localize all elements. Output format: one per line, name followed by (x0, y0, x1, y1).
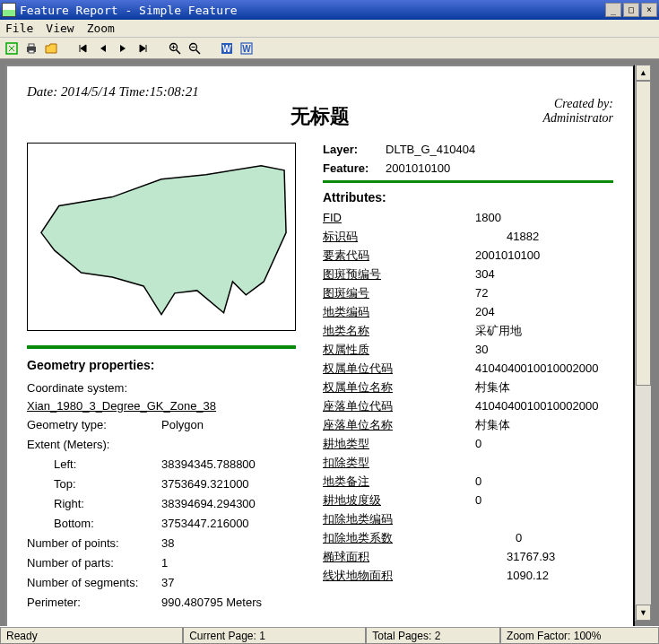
maximize-button[interactable]: □ (623, 3, 639, 17)
perim-label: Perimeter: (27, 593, 161, 613)
menu-view[interactable]: View (46, 22, 74, 35)
layer-value: DLTB_G_410404 (386, 143, 475, 156)
attr-row: 图斑预编号304 (323, 265, 613, 283)
close-button[interactable]: × (641, 3, 657, 17)
divider (27, 345, 296, 349)
left-column: Geometry properties: Coordinate system: … (27, 143, 296, 613)
attr-key: 耕地类型 (323, 434, 475, 453)
export-word2-icon[interactable]: W (238, 40, 255, 57)
left-label: Left: (27, 455, 161, 474)
svg-line-9 (196, 49, 201, 54)
nparts-value: 1 (161, 553, 296, 573)
attr-row: FID1800 (323, 208, 613, 227)
attr-value: 2001010100 (475, 246, 613, 265)
nsegs-value: 37 (161, 573, 296, 593)
attr-value: 0 (475, 472, 613, 491)
attr-key: 标识码 (323, 227, 475, 246)
attr-row: 耕地坡度级0 (323, 491, 613, 509)
attr-row: 座落单位代码410404001001000200​0 (323, 396, 613, 415)
attr-value (475, 509, 613, 528)
geom-type-value: Polygon (161, 415, 296, 435)
left-value: 38394345.788800 (161, 455, 296, 474)
attr-row: 权属单位代码410404001001000200​0 (323, 359, 613, 378)
attr-value: 村集体 (475, 378, 613, 396)
menu-file[interactable]: File (5, 22, 33, 35)
report-page: Date: 2014/5/14 Time:15:08:21 Created by… (5, 65, 635, 626)
export-word-icon[interactable]: W (219, 40, 235, 57)
scroll-down-icon[interactable]: ▼ (636, 605, 651, 621)
toolbar: W W (0, 38, 659, 59)
attr-row: 线状地物面积1090.12 (323, 566, 613, 585)
attr-key: 座落单位名称 (323, 415, 475, 434)
scroll-track[interactable] (636, 81, 651, 605)
svg-text:W: W (242, 44, 251, 54)
attr-value: 采矿用地 (475, 321, 613, 340)
perim-value: 990.480795 Meters (161, 593, 296, 613)
attr-row: 地类名称采矿用地 (323, 321, 613, 340)
attr-value: 304 (475, 265, 613, 283)
attr-key: 要素代码 (323, 246, 475, 265)
attr-row: 权属性质30 (323, 340, 613, 359)
attr-row: 座落单位名称村集体 (323, 415, 613, 434)
attr-key: FID (323, 208, 475, 227)
attr-value: 410404001001000200​0 (475, 396, 613, 415)
menu-zoom[interactable]: Zoom (87, 22, 115, 35)
attr-row: 地类备注0 (323, 472, 613, 491)
window-title: Feature Report - Simple Feature (20, 4, 605, 17)
attr-row: 扣除地类系数0 (323, 528, 613, 547)
status-ready: Ready (0, 627, 183, 644)
attr-value (475, 453, 613, 472)
coord-label: Coordinate system: (27, 379, 296, 397)
next-page-icon[interactable] (115, 40, 131, 57)
app-icon (2, 3, 16, 17)
attr-row: 权属单位名称村集体 (323, 378, 613, 396)
attr-key: 扣除地类编码 (323, 509, 475, 528)
status-total-pages: Total Pages: 2 (366, 627, 500, 644)
right-label: Right: (27, 494, 161, 514)
attr-key: 座落单位代码 (323, 396, 475, 415)
feature-value: 2001010100 (386, 161, 450, 175)
created-by-label: Created by: (554, 97, 613, 110)
zoom-in-icon[interactable] (167, 40, 183, 57)
attributes-title: Attributes: (323, 190, 613, 205)
print-icon[interactable] (23, 40, 39, 57)
npts-value: 38 (161, 534, 296, 553)
attr-key: 椭球面积 (323, 547, 475, 566)
page-wrap: Date: 2014/5/14 Time:15:08:21 Created by… (0, 59, 659, 626)
date-time: Date: 2014/5/14 Time:15:08:21 (27, 84, 199, 100)
created-by: Created by: Administrator (542, 97, 613, 126)
open-icon[interactable] (43, 40, 59, 57)
first-page-icon[interactable] (75, 40, 91, 57)
attr-key: 扣除类型 (323, 453, 475, 472)
feature-label: Feature: (323, 161, 386, 175)
last-page-icon[interactable] (134, 40, 151, 57)
window-controls: _ □ × (605, 3, 657, 17)
scroll-up-icon[interactable]: ▲ (636, 65, 651, 81)
right-value: 38394694.294300 (161, 494, 296, 514)
attr-key: 权属性质 (323, 340, 475, 359)
attr-key: 权属单位代码 (323, 359, 475, 378)
attr-key: 地类名称 (323, 321, 475, 340)
attr-value: 41882 (475, 227, 613, 246)
zoom-out-icon[interactable] (186, 40, 203, 57)
vertical-scrollbar[interactable]: ▲ ▼ (635, 65, 651, 621)
bottom-value: 3753447.216000 (161, 514, 296, 534)
prev-page-icon[interactable] (95, 40, 111, 57)
attr-value: 0 (475, 528, 613, 547)
refresh-icon[interactable] (4, 40, 20, 57)
attr-key: 线状地物面积 (323, 566, 475, 585)
scroll-thumb[interactable] (636, 81, 651, 386)
minimize-button[interactable]: _ (605, 3, 621, 17)
attr-row: 地类编码204 (323, 302, 613, 321)
attr-value: 30 (475, 340, 613, 359)
attr-row: 标识码41882 (323, 227, 613, 246)
attr-value: 72 (475, 283, 613, 302)
npts-label: Number of points: (27, 534, 161, 553)
attr-key: 图斑预编号 (323, 265, 475, 283)
created-by-value: Administrator (542, 111, 613, 125)
right-column: Layer:DLTB_G_410404 Feature:2001010100 A… (323, 143, 613, 613)
attr-key: 地类备注 (323, 472, 475, 491)
geometry-title: Geometry properties: (27, 358, 296, 372)
nsegs-label: Number of segments: (27, 573, 161, 593)
page-title: 无标题 (27, 103, 613, 130)
